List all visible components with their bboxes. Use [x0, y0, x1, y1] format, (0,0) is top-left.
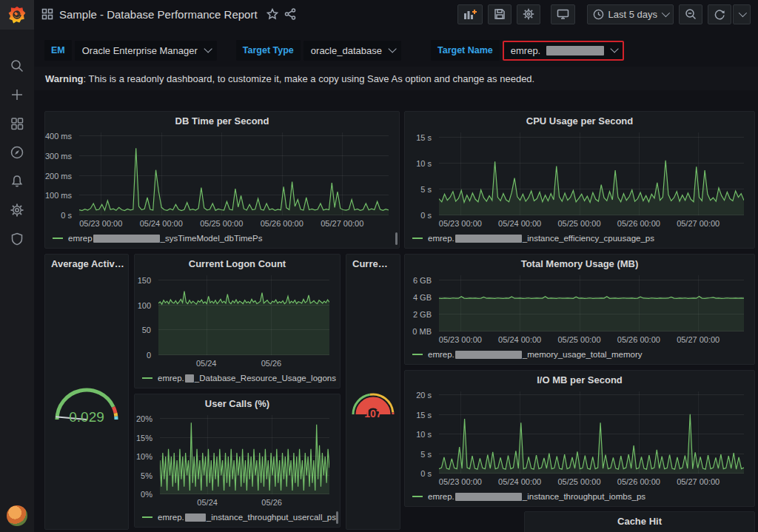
search-icon[interactable] [9, 58, 25, 74]
legend-user-calls[interactable]: emrep._instance_throughput_usercall_ps [142, 510, 336, 525]
zoom-out-icon [685, 8, 697, 20]
panel-cpu-usage-per-second: CPU Usage per Second 0 s5 s10 s15 s05/23… [404, 111, 755, 249]
legend-cpu-usage[interactable]: emrep._instance_efficiency_cpuusage_ps [412, 231, 751, 246]
variable-label-em: EM [44, 40, 72, 61]
grafana-logo-icon [7, 5, 27, 24]
refresh-button[interactable] [708, 4, 731, 24]
top-navigation: Sample - Database Performance Report Las… [34, 0, 758, 28]
panel-title[interactable]: Total Memory Usage (MB) [405, 255, 754, 274]
zoom-out-button[interactable] [679, 4, 702, 24]
readonly-warning-banner: Warning : This is a readonly dashboard, … [34, 67, 758, 90]
time-range-label: Last 5 days [608, 9, 658, 20]
tv-mode-button[interactable] [551, 4, 575, 24]
grafana-dashboard: Sample - Database Performance Report Las… [0, 0, 758, 532]
memory-usage-chart[interactable]: 0 MB2 GB4 GB6 GB05/23 00:0005/24 00:0005… [405, 274, 754, 345]
panel-db-time-per-second: DB Time per Second 0 s100 ms200 ms300 ms… [44, 111, 400, 249]
average-active-sessions-gauge: 0.029 [51, 380, 122, 423]
panel-title[interactable]: Curre… [346, 255, 400, 274]
panel-title[interactable]: User Calls (%) [135, 394, 340, 414]
refresh-icon [714, 8, 725, 20]
panel-current-logon-count: Current Logon Count 05010015005/2405/26 … [134, 254, 341, 388]
legend-db-time[interactable]: emrep_sysTimeModel_dbTimePs [53, 231, 395, 246]
redacted-text [455, 351, 522, 359]
target-type-variable-select[interactable]: oracle_database [303, 41, 401, 61]
gear-icon [523, 8, 534, 20]
alerting-bell-icon[interactable] [9, 173, 25, 189]
explore-compass-icon[interactable] [9, 144, 25, 161]
variable-label-target-name: Target Name [431, 40, 500, 61]
em-variable-select[interactable]: Oracle Enterprise Manager [75, 41, 217, 61]
monitor-icon [557, 8, 569, 20]
logon-count-chart[interactable]: 05010015005/2405/26 [135, 274, 340, 368]
sidebar [0, 0, 34, 532]
chevron-down-icon [388, 44, 396, 53]
clock-icon [593, 9, 604, 20]
panel-total-memory-usage: Total Memory Usage (MB) 0 MB2 GB4 GB6 GB… [404, 254, 755, 365]
series-color-dash [142, 516, 152, 518]
panel-current-gauge: Curre… 107 [346, 254, 400, 530]
panel-title[interactable]: I/O MB per Second [405, 371, 754, 390]
target-name-variable-select[interactable]: emrep. [503, 41, 624, 61]
template-variables-row: EM Oracle Enterprise Manager Target Type… [44, 40, 624, 61]
legend-io-mb[interactable]: emrep._instance_throughput_iombs_ps [412, 489, 751, 504]
dashboards-icon[interactable] [9, 115, 25, 132]
variable-label-target-type: Target Type [236, 40, 301, 61]
gauge-value: 0.029 [51, 409, 122, 425]
panel-average-active-sessions: Average Activ… 0.029 [44, 254, 129, 530]
series-color-dash [412, 238, 423, 239]
panel-title[interactable]: Average Activ… [45, 255, 128, 274]
legend-memory-usage[interactable]: emrep._memory_usage_total_memory [412, 347, 751, 362]
panel-title[interactable]: Current Logon Count [135, 255, 340, 274]
series-color-dash [142, 377, 152, 379]
save-dashboard-button[interactable] [488, 4, 512, 24]
star-icon[interactable] [266, 8, 278, 20]
chevron-down-icon [662, 9, 670, 17]
redacted-target-name [546, 46, 604, 55]
share-icon[interactable] [284, 8, 296, 20]
redacted-text [185, 374, 194, 383]
panel-cache-hit: Cache Hit [524, 511, 755, 532]
user-avatar[interactable] [7, 505, 27, 526]
dashboard-grid-icon[interactable] [41, 8, 53, 20]
warning-text: : This is a readonly dashboard, to custo… [84, 73, 535, 84]
user-calls-chart[interactable]: 0%5%10%15%20%05/2405/26 [135, 414, 340, 508]
io-mb-chart[interactable]: 0 s5 s10 s15 s20 s05/23 00:0005/24 00:00… [405, 390, 754, 487]
legend-scrollbar[interactable] [336, 511, 338, 524]
panel-user-calls: User Calls (%) 0%5%10%15%20%05/2405/26 e… [134, 394, 341, 528]
redacted-text [185, 514, 206, 522]
add-panel-button[interactable] [457, 4, 483, 24]
panel-title[interactable]: DB Time per Second [45, 112, 399, 131]
redacted-text [455, 493, 522, 501]
gauge-value: 107 [349, 408, 397, 420]
admin-shield-icon[interactable] [9, 231, 25, 247]
panel-title[interactable]: CPU Usage per Second [405, 112, 754, 131]
panel-io-mb-per-second: I/O MB per Second 0 s5 s10 s15 s20 s05/2… [404, 370, 755, 507]
cpu-usage-chart[interactable]: 0 s5 s10 s15 s05/23 00:0005/24 00:0005/2… [405, 131, 754, 229]
current-value-gauge: 107 [349, 386, 397, 417]
create-plus-icon[interactable] [9, 87, 25, 103]
page-title[interactable]: Sample - Database Performance Report [59, 8, 258, 21]
series-color-dash [412, 496, 423, 497]
save-icon [494, 8, 506, 20]
series-color-dash [53, 238, 63, 239]
redacted-text [455, 235, 522, 243]
warning-bold: Warning [45, 73, 84, 84]
legend-logon-count[interactable]: emrep._Database_Resource_Usage_logons [142, 371, 336, 385]
series-color-dash [412, 354, 423, 355]
refresh-interval-dropdown[interactable] [733, 4, 751, 24]
chevron-down-icon [739, 9, 747, 17]
grafana-logo[interactable] [0, 0, 34, 30]
chevron-down-icon [204, 44, 212, 53]
configuration-gear-icon[interactable] [9, 202, 25, 218]
legend-scrollbar[interactable] [395, 232, 398, 245]
add-panel-icon [463, 8, 477, 20]
dashboard-settings-button[interactable] [517, 4, 540, 24]
redacted-text [93, 235, 160, 243]
db-time-chart[interactable]: 0 s100 ms200 ms300 ms400 ms05/23 00:0005… [45, 131, 399, 229]
chevron-down-icon [611, 44, 619, 53]
time-range-picker[interactable]: Last 5 days [587, 4, 674, 24]
panel-title[interactable]: Cache Hit [525, 512, 754, 531]
